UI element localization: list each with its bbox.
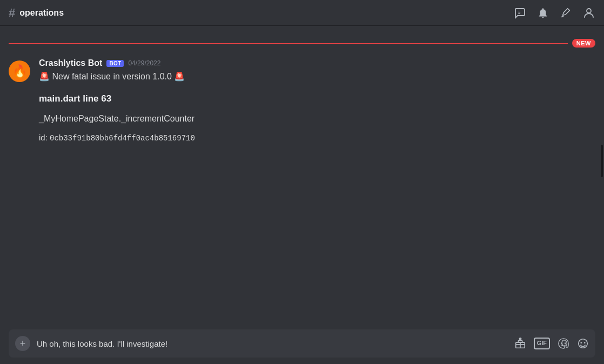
sender-name: Crashlytics Bot	[39, 58, 102, 68]
message-line1: New fatal issue in version 1.0.0	[50, 72, 174, 81]
svg-text:#: #	[518, 10, 521, 15]
add-attachment-button[interactable]: +	[15, 336, 30, 351]
channel-name: operations	[19, 8, 64, 18]
svg-point-10	[584, 342, 586, 343]
channel-header: # operations #	[0, 0, 604, 26]
input-bar: + GIF	[0, 323, 604, 364]
message-content: 🚨 New fatal issue in version 1.0.0 🚨 mai…	[39, 70, 595, 144]
bell-icon[interactable]	[537, 7, 549, 19]
id-value: 0cb33f91b80bb6fd4ff0ac4b85169710	[50, 134, 195, 143]
emoji-icon[interactable]	[577, 338, 589, 349]
message-item: 🔥 Crashlytics Bot BOT 04/29/2022 🚨 New f…	[0, 56, 604, 146]
id-label: id:	[39, 133, 50, 142]
pin-icon[interactable]	[560, 7, 572, 19]
input-container: + GIF	[9, 329, 595, 358]
function-name: _MyHomePageState._incrementCounter	[39, 112, 595, 125]
message-body: Crashlytics Bot BOT 04/29/2022 🚨 New fat…	[39, 58, 595, 144]
alert-emoji-start: 🚨	[39, 72, 50, 81]
new-messages-divider: NEW	[9, 39, 595, 48]
avatar-emoji: 🔥	[12, 64, 27, 78]
scrollbar-thumb	[601, 145, 603, 177]
svg-point-9	[580, 342, 582, 343]
error-id-line: id: 0cb33f91b80bb6fd4ff0ac4b85169710	[39, 132, 595, 144]
sticker-icon[interactable]	[558, 338, 569, 349]
message-list: NEW 🔥 Crashlytics Bot BOT 04/29/2022 🚨 N…	[0, 26, 604, 323]
message-timestamp: 04/29/2022	[128, 59, 160, 67]
gif-icon[interactable]: GIF	[534, 338, 550, 349]
header-right: #	[513, 6, 595, 19]
new-badge: NEW	[572, 39, 595, 48]
scrollbar-track[interactable]	[600, 26, 604, 323]
gift-icon[interactable]	[514, 338, 526, 349]
svg-point-7	[565, 342, 566, 344]
svg-point-6	[561, 342, 562, 344]
message-header: Crashlytics Bot BOT 04/29/2022	[39, 58, 595, 68]
avatar: 🔥	[9, 60, 30, 82]
hash-icon: #	[9, 7, 15, 19]
alert-emoji-end: 🚨	[174, 72, 185, 81]
divider-line	[9, 43, 568, 44]
error-location: main.dart line 63	[39, 92, 595, 106]
members-icon[interactable]	[582, 6, 595, 19]
header-left: # operations	[9, 7, 64, 19]
threads-icon[interactable]: #	[513, 6, 526, 19]
svg-point-1	[587, 9, 591, 13]
message-input[interactable]	[37, 339, 508, 348]
bot-badge: BOT	[106, 60, 124, 67]
input-action-icons: GIF	[514, 338, 589, 349]
